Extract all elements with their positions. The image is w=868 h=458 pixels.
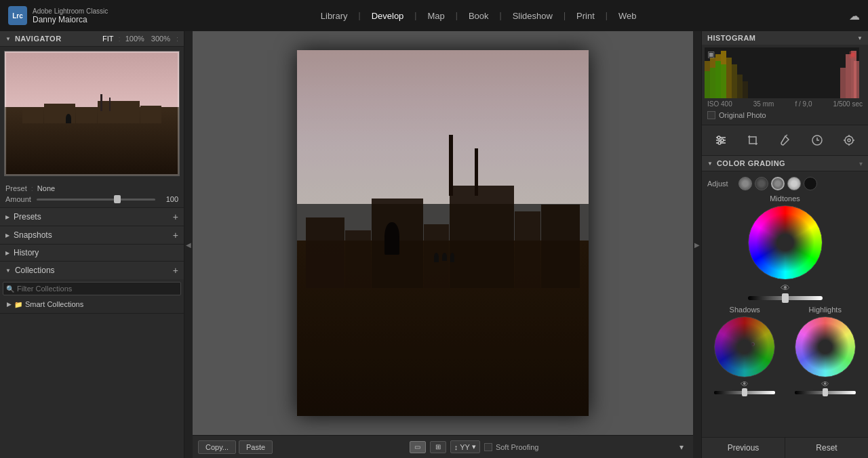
bottom-right-controls: ▾ (675, 440, 688, 454)
crop-tool[interactable] (743, 131, 762, 150)
histogram-clipping-left[interactable]: ▣ (707, 49, 715, 59)
previous-button[interactable]: Previous (702, 438, 785, 458)
app-name-top: Adobe Lightroom Classic (33, 7, 108, 15)
paste-button[interactable]: Paste (239, 440, 273, 454)
nav-book[interactable]: Book (462, 8, 496, 24)
crop-icon (747, 134, 759, 146)
highlights-wheel[interactable] (795, 316, 856, 377)
histogram-header[interactable]: Histogram ▼ (702, 31, 868, 45)
snapshots-header[interactable]: ▶ Snapshots + (0, 226, 184, 244)
right-panel-collapse[interactable]: ▶ (693, 31, 701, 458)
shadows-wheel[interactable] (714, 316, 775, 377)
compare-view-button[interactable]: ⊞ (430, 441, 446, 453)
app-icon: Lrc (8, 6, 27, 25)
smart-collections-item[interactable]: ▶ 📁 Smart Collections (3, 298, 181, 310)
zoom-300-button[interactable]: 300% (149, 34, 172, 43)
adjust-dark-button[interactable] (804, 177, 817, 190)
svg-line-22 (785, 135, 787, 136)
adjust-shadow-button[interactable] (755, 177, 768, 190)
shadows-label: Shadows (730, 306, 760, 314)
left-panel-collapse[interactable]: ◀ (184, 31, 193, 458)
collections-header[interactable]: ▼ Collections + (0, 262, 184, 279)
svg-rect-13 (846, 54, 851, 98)
histogram-clipping-right[interactable]: ▣ (849, 49, 856, 59)
amount-row: Amount 100 (5, 195, 178, 203)
left-collapse-icon: ◀ (186, 241, 191, 249)
amount-thumb[interactable] (114, 195, 121, 203)
topbar-right: ☁ (849, 9, 860, 22)
presets-add-button[interactable]: + (173, 211, 178, 222)
collections-add-button[interactable]: + (173, 265, 178, 276)
soft-proofing-checkbox[interactable] (484, 443, 492, 451)
sliders-icon (715, 134, 727, 146)
navigator-header[interactable]: ▼ Navigator FIT : 100% 300% : (0, 31, 184, 47)
fit-button[interactable]: FIT (100, 34, 116, 43)
snapshots-add-button[interactable]: + (173, 230, 178, 241)
bottom-arrow-icon[interactable]: ▾ (675, 440, 688, 454)
reset-button[interactable]: Reset (785, 438, 868, 458)
filter-collections-input[interactable] (3, 282, 181, 295)
history-label: History (14, 248, 39, 257)
snapshots-section: ▶ Snapshots + (0, 226, 184, 245)
svg-rect-12 (840, 68, 846, 98)
adjust-all-button[interactable] (738, 177, 752, 190)
copy-button[interactable]: Copy... (198, 440, 236, 454)
midtones-label: Midtones (770, 194, 800, 203)
snapshots-label: Snapshots (14, 230, 52, 240)
nav-develop[interactable]: Develop (365, 8, 411, 24)
collections-section: ▼ Collections + 🔍 ▶ 📁 Smart Collections (0, 262, 184, 314)
nav-print[interactable]: Print (570, 8, 601, 24)
brush-tool[interactable] (775, 131, 794, 150)
midtones-wheel[interactable] (748, 205, 823, 280)
highlights-slider-thumb[interactable] (823, 388, 828, 396)
nav-library[interactable]: Library (314, 8, 355, 24)
smart-collections-folder-icon: 📁 (14, 301, 22, 308)
midtones-luminance-slider[interactable] (748, 296, 823, 300)
cloud-icon[interactable]: ☁ (849, 9, 860, 22)
midtones-eye-icon[interactable]: 👁 (781, 283, 790, 293)
history-brush-tool[interactable] (808, 131, 827, 150)
shutter-speed: 1/500 sec (833, 100, 863, 108)
navigator-thumbnail[interactable] (4, 51, 180, 176)
highlights-luminance-slider[interactable] (795, 391, 856, 394)
smart-collections-label: Smart Collections (25, 300, 83, 308)
shadows-slider-thumb[interactable] (742, 388, 747, 396)
nav-slideshow[interactable]: Slideshow (506, 8, 559, 24)
presets-expand-icon: ▶ (5, 214, 9, 220)
sort-control[interactable]: ↕ YY ▾ (450, 440, 480, 453)
original-photo-checkbox[interactable] (707, 111, 715, 119)
shadows-eye-icon[interactable]: 👁 (741, 379, 749, 389)
single-view-button[interactable]: ▭ (410, 441, 426, 453)
color-grading-header[interactable]: ▼ Color Grading ▾ (702, 156, 868, 171)
navigator-title: Navigator (15, 35, 62, 43)
zoom-more-icon[interactable]: : (176, 35, 178, 43)
amount-label: Amount (5, 195, 33, 203)
shadows-luminance-slider[interactable] (714, 391, 775, 394)
adjust-mid-button[interactable] (771, 177, 785, 190)
svg-rect-10 (715, 61, 721, 98)
histogram-content: ▣ ▣ ISO 400 35 mm f / 9,0 1/500 sec Orig… (702, 45, 868, 125)
highlights-eye-icon[interactable]: 👁 (821, 379, 829, 389)
center-canvas[interactable] (193, 31, 693, 435)
zoom-100-button[interactable]: 100% (123, 34, 146, 43)
highlights-label: Highlights (809, 306, 842, 314)
basic-panel-tool[interactable] (711, 131, 730, 150)
effects-tool[interactable] (840, 131, 859, 150)
soft-proofing-toggle[interactable]: Soft Proofing (484, 443, 539, 451)
svg-point-19 (717, 136, 720, 139)
main-photo (297, 50, 589, 416)
adjust-highlight-button[interactable] (787, 177, 801, 190)
amount-value: 100 (159, 195, 178, 203)
svg-point-21 (718, 142, 721, 144)
nav-web[interactable]: Web (612, 8, 644, 24)
collections-content: 🔍 ▶ 📁 Smart Collections (0, 279, 184, 313)
history-icon (811, 134, 823, 146)
svg-rect-11 (721, 64, 726, 98)
midtones-slider-thumb[interactable] (782, 293, 789, 303)
nav-map[interactable]: Map (420, 8, 451, 24)
shadows-section: Shadows 👁 (714, 306, 775, 394)
amount-slider[interactable] (37, 199, 155, 201)
presets-header[interactable]: ▶ Presets + (0, 208, 184, 226)
history-header[interactable]: ▶ History (0, 245, 184, 261)
history-expand-icon: ▶ (5, 250, 9, 256)
